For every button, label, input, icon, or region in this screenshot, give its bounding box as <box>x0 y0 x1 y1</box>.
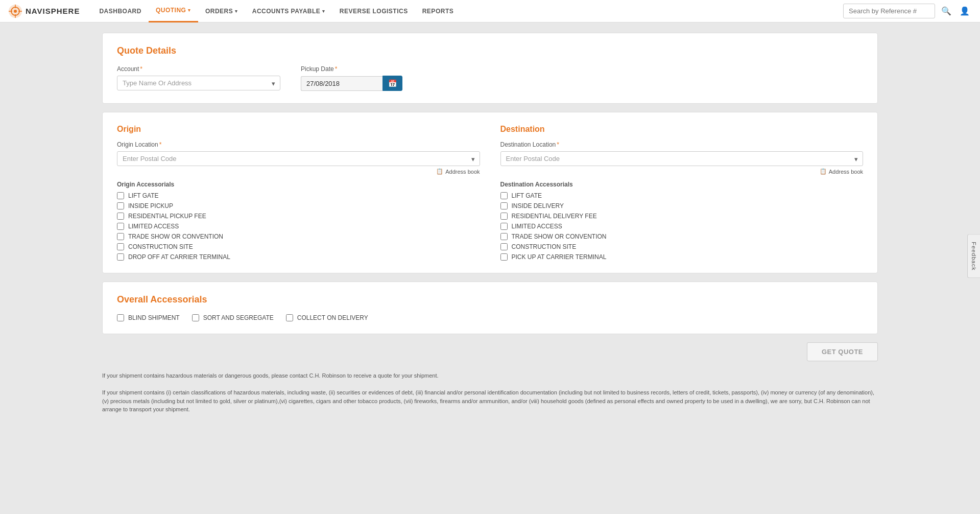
nav-item-orders[interactable]: ORDERS ▾ <box>198 0 245 22</box>
destination-postal-select[interactable]: Enter Postal Code <box>500 151 864 166</box>
origin-drop-off-carrier-checkbox[interactable] <box>117 253 124 261</box>
main-content: Quote Details Account* Type Name Or Addr… <box>0 22 980 514</box>
destination-accessorials-title: Destination Accessorials <box>500 181 864 188</box>
pickup-date-label: Pickup Date* <box>301 65 402 73</box>
overall-accessorials-row: BLIND SHIPMENT SORT AND SEGREGATE COLLEC… <box>117 314 863 321</box>
origin-trade-show-checkbox[interactable] <box>117 233 124 240</box>
origin-column: Origin Origin Location* Enter Postal Cod… <box>117 125 480 261</box>
dest-lift-gate[interactable]: LIFT GATE <box>500 192 864 199</box>
origin-limited-access[interactable]: LIMITED ACCESS <box>117 223 480 230</box>
logo[interactable]: NAVISPHERE <box>8 4 80 18</box>
user-menu-button[interactable]: 👤 <box>958 4 972 18</box>
feedback-button[interactable]: Feedback <box>967 234 980 278</box>
nav-item-dashboard[interactable]: DASHBOARD <box>92 0 149 22</box>
nav-item-reverse-logistics[interactable]: REVERSE LOGISTICS <box>332 0 415 22</box>
account-select-wrapper: Type Name Or Address <box>117 76 280 90</box>
search-input[interactable] <box>843 4 935 18</box>
origin-location-label: Origin Location* <box>117 141 480 148</box>
origin-inside-pickup[interactable]: INSIDE PICKUP <box>117 202 480 209</box>
destination-title: Destination <box>500 125 864 134</box>
feedback-sidebar: Feedback <box>967 234 980 279</box>
orders-dropdown-arrow: ▾ <box>235 9 238 14</box>
destination-column: Destination Destination Location* Enter … <box>500 125 864 261</box>
address-book-icon: 📋 <box>436 168 443 175</box>
dest-inside-delivery-checkbox[interactable] <box>500 202 508 209</box>
disclaimer: If your shipment contains hazardous mate… <box>102 371 878 429</box>
dest-construction-site-checkbox[interactable] <box>500 243 508 250</box>
origin-accessorials-title: Origin Accessorials <box>117 181 480 188</box>
topbar: NAVISPHERE DASHBOARD QUOTING ▾ ORDERS ▾ … <box>0 0 980 22</box>
origin-construction-site-checkbox[interactable] <box>117 243 124 250</box>
origin-trade-show[interactable]: TRADE SHOW OR CONVENTION <box>117 233 480 240</box>
origin-residential-pickup-fee[interactable]: RESIDENTIAL PICKUP FEE <box>117 213 480 220</box>
date-row: 📅 <box>301 76 402 91</box>
dest-construction-site[interactable]: CONSTRUCTION SITE <box>500 243 864 250</box>
origin-destination-columns: Origin Origin Location* Enter Postal Cod… <box>117 125 863 261</box>
origin-residential-pickup-fee-checkbox[interactable] <box>117 213 124 220</box>
dest-pickup-carrier-checkbox[interactable] <box>500 253 508 261</box>
dest-trade-show[interactable]: TRADE SHOW OR CONVENTION <box>500 233 864 240</box>
svg-point-2 <box>14 10 17 13</box>
collect-on-delivery[interactable]: COLLECT ON DELIVERY <box>286 314 368 321</box>
account-group: Account* Type Name Or Address <box>117 65 280 91</box>
quote-details-row: Account* Type Name Or Address Pickup Dat… <box>117 65 863 91</box>
origin-drop-off-carrier[interactable]: DROP OFF AT CARRIER TERMINAL <box>117 253 480 261</box>
dest-inside-delivery[interactable]: INSIDE DELIVERY <box>500 202 864 209</box>
quote-details-card: Quote Details Account* Type Name Or Addr… <box>102 33 878 104</box>
main-nav: DASHBOARD QUOTING ▾ ORDERS ▾ ACCOUNTS PA… <box>92 0 843 22</box>
dest-trade-show-checkbox[interactable] <box>500 233 508 240</box>
account-select[interactable]: Type Name Or Address <box>117 76 280 90</box>
navisphere-logo-icon <box>8 4 22 18</box>
logo-text: NAVISPHERE <box>26 7 80 15</box>
pickup-date-group: Pickup Date* 📅 <box>301 65 402 91</box>
destination-location-label: Destination Location* <box>500 141 864 148</box>
dest-limited-access[interactable]: LIMITED ACCESS <box>500 223 864 230</box>
origin-destination-card: Origin Origin Location* Enter Postal Cod… <box>102 112 878 273</box>
quoting-dropdown-arrow: ▾ <box>188 8 191 13</box>
dest-residential-delivery-fee[interactable]: RESIDENTIAL DELIVERY FEE <box>500 213 864 220</box>
origin-inside-pickup-checkbox[interactable] <box>117 202 124 209</box>
destination-accessorials-list: LIFT GATE INSIDE DELIVERY RESIDENTIAL DE… <box>500 192 864 261</box>
origin-construction-site[interactable]: CONSTRUCTION SITE <box>117 243 480 250</box>
destination-location-group: Destination Location* Enter Postal Code <box>500 141 864 166</box>
dest-pickup-carrier[interactable]: PICK UP AT CARRIER TERMINAL <box>500 253 864 261</box>
disclaimer-line1: If your shipment contains hazardous mate… <box>102 371 878 380</box>
calendar-button[interactable]: 📅 <box>383 76 402 91</box>
sort-segregate-checkbox[interactable] <box>192 314 199 321</box>
get-quote-button[interactable]: GET QUOTE <box>807 342 878 361</box>
get-quote-row: GET QUOTE <box>102 342 878 361</box>
overall-accessorials-title: Overall Accessorials <box>117 294 863 305</box>
origin-limited-access-checkbox[interactable] <box>117 223 124 230</box>
blind-shipment[interactable]: BLIND SHIPMENT <box>117 314 180 321</box>
dest-address-book-icon: 📋 <box>820 168 827 175</box>
account-label: Account* <box>117 65 280 73</box>
blind-shipment-checkbox[interactable] <box>117 314 124 321</box>
search-button[interactable]: 🔍 <box>939 4 953 18</box>
origin-lift-gate-checkbox[interactable] <box>117 192 124 199</box>
origin-address-book-link[interactable]: 📋 Address book <box>117 168 480 175</box>
origin-title: Origin <box>117 125 480 134</box>
quote-details-title: Quote Details <box>117 45 863 56</box>
dest-limited-access-checkbox[interactable] <box>500 223 508 230</box>
collect-on-delivery-checkbox[interactable] <box>286 314 293 321</box>
sort-and-segregate[interactable]: SORT AND SEGREGATE <box>192 314 274 321</box>
dest-residential-delivery-fee-checkbox[interactable] <box>500 213 508 220</box>
topbar-right: 🔍 👤 <box>843 4 972 18</box>
destination-postal-wrapper: Enter Postal Code <box>500 151 864 166</box>
destination-address-book-link[interactable]: 📋 Address book <box>500 168 864 175</box>
overall-accessorials-card: Overall Accessorials BLIND SHIPMENT SORT… <box>102 282 878 334</box>
accounts-payable-dropdown-arrow: ▾ <box>322 9 325 14</box>
nav-item-reports[interactable]: REPORTS <box>415 0 461 22</box>
origin-lift-gate[interactable]: LIFT GATE <box>117 192 480 199</box>
pickup-date-input[interactable] <box>301 76 383 91</box>
nav-item-accounts-payable[interactable]: ACCOUNTS PAYABLE ▾ <box>245 0 332 22</box>
nav-item-quoting[interactable]: QUOTING ▾ <box>149 0 198 22</box>
origin-postal-select[interactable]: Enter Postal Code <box>117 151 480 166</box>
origin-location-group: Origin Location* Enter Postal Code <box>117 141 480 166</box>
disclaimer-line2: If your shipment contains (i) certain cl… <box>102 388 878 414</box>
origin-accessorials-list: LIFT GATE INSIDE PICKUP RESIDENTIAL PICK… <box>117 192 480 261</box>
dest-lift-gate-checkbox[interactable] <box>500 192 508 199</box>
origin-postal-wrapper: Enter Postal Code <box>117 151 480 166</box>
